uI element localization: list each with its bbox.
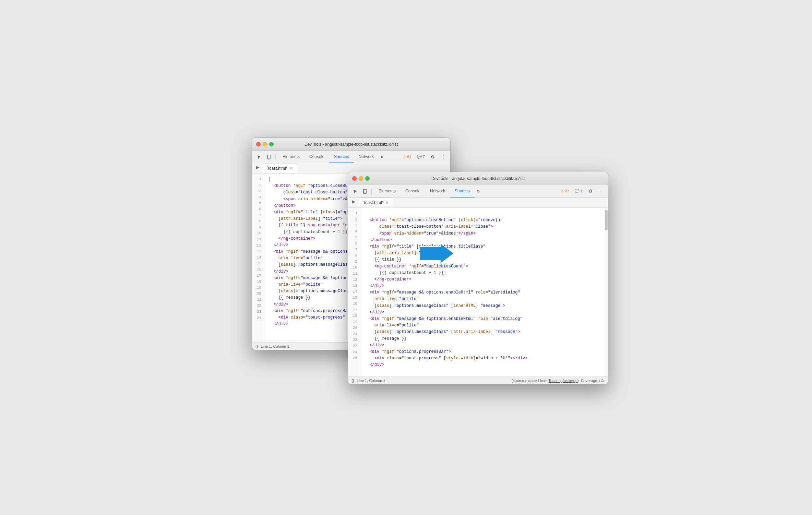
code-line-front-9: <ng-container *ngIf="duplicatesCount">	[365, 263, 600, 270]
code-line-front-21: </div>	[365, 342, 600, 349]
file-tab-toast-front[interactable]: Toast.html* ✕	[359, 197, 393, 207]
code-line-front-4: <span aria-hidden="true">&times;</span>	[365, 230, 600, 237]
code-line-front-8: {{ title }}	[365, 256, 600, 263]
window-body-front: Elements Console Network Sources » ⚠ 27 …	[348, 185, 608, 384]
statusbar-source-front: (source mapped from Toast.ngfactory.js) …	[512, 379, 605, 383]
minimize-button-front[interactable]	[359, 176, 363, 181]
toolbar-sep-front	[371, 188, 372, 194]
devtools-window-front: DevTools - angular-sample-todo-list.stac…	[348, 172, 608, 384]
comment-badge-back[interactable]: 💬 7	[415, 154, 427, 160]
code-line-front-3: class="toast-close-button" aria-label="C…	[365, 224, 600, 230]
svg-point-4	[365, 192, 365, 193]
arrow-icon	[420, 243, 454, 264]
statusbar-braces-front: {}	[351, 379, 354, 383]
tab-more-front[interactable]: »	[475, 185, 482, 197]
file-tab-close-back[interactable]: ✕	[289, 166, 292, 171]
statusbar-position-back: Line 1, Column 1	[261, 344, 289, 348]
code-line-front-17: <div *ngIf="message && !options.enableHt…	[365, 316, 600, 322]
settings-icon-back[interactable]: ⚙	[428, 153, 437, 161]
code-line-front-13: <div *ngIf="message && options.enableHtm…	[365, 289, 600, 296]
close-button-back[interactable]	[256, 142, 261, 146]
toolbar-sep-1	[275, 154, 276, 160]
warning-badge-back[interactable]: ⚠ 61	[401, 154, 414, 160]
code-line-front-16: </div>	[365, 309, 600, 316]
mobile-icon-front[interactable]	[360, 187, 369, 196]
code-line-front-6: <div *ngIf="title" [class]="options.titl…	[365, 243, 600, 250]
code-line-front-5: </button>	[365, 237, 600, 243]
close-button-front[interactable]	[352, 176, 357, 181]
tab-network-front[interactable]: Network	[425, 185, 450, 197]
more-icon-front[interactable]: ⋮	[596, 187, 605, 196]
tab-console-back[interactable]: Console	[304, 151, 329, 163]
cursor-icon[interactable]	[255, 153, 264, 161]
svg-marker-2	[420, 243, 454, 264]
code-line-front-25	[365, 369, 600, 375]
code-line-front-18: aria-live="polite"	[365, 322, 600, 329]
code-line-front-12: </div>	[365, 283, 600, 289]
titlebar-title-front: DevTools - angular-sample-todo-list.stac…	[431, 176, 525, 181]
comment-badge-front[interactable]: 💬 1	[573, 188, 585, 194]
cursor-icon-front[interactable]	[351, 187, 360, 196]
traffic-lights-back[interactable]	[256, 142, 274, 146]
toolbar-back: Elements Console Sources Network » ⚠ 61 …	[252, 151, 450, 163]
statusbar-coverage-front: ) Coverage: n/a	[577, 379, 605, 383]
tab-elements-front[interactable]: Elements	[374, 185, 401, 197]
code-line-front-24: </div>	[365, 362, 600, 368]
statusbar-left-front: {} Line 1, Column 1	[351, 379, 385, 383]
statusbar-braces-back: {}	[255, 344, 258, 348]
toolbar-right-front: ⚠ 27 💬 1 ⚙ ⋮	[559, 187, 605, 196]
file-tabbar-front: ▶ Toast.html* ✕	[348, 197, 608, 208]
code-line-front-11: </ng-container>	[365, 276, 600, 283]
code-line-front-14: aria-live="polite"	[365, 296, 600, 302]
file-tab-close-front[interactable]: ✕	[385, 201, 389, 205]
traffic-lights-front[interactable]	[352, 176, 370, 181]
titlebar-back: DevTools - angular-sample-todo-list.stac…	[252, 138, 450, 151]
code-line-front-1	[365, 211, 600, 217]
tab-more-back[interactable]: »	[379, 151, 386, 163]
code-line-front-20: {{ message }}	[365, 336, 600, 342]
file-tab-toast-back[interactable]: Toast.html* ✕	[263, 163, 297, 173]
tab-bar-front: Elements Console Network Sources »	[374, 185, 558, 197]
fullscreen-button-back[interactable]	[269, 142, 274, 146]
code-line-front-15: [class]="options.messageClass" [innerHTM…	[365, 303, 600, 309]
file-toggle-back[interactable]: ▶	[253, 163, 262, 171]
statusbar-front: {} Line 1, Column 1 (source mapped from …	[348, 376, 608, 384]
file-toggle-front[interactable]: ▶	[349, 197, 358, 206]
code-lines-front: <button *ngIf="options.closeButton" (cli…	[360, 208, 604, 376]
tab-sources-back[interactable]: Sources	[329, 151, 354, 163]
statusbar-source-text-front: (source mapped from	[512, 379, 548, 383]
statusbar-position-front: Line 1, Column 1	[357, 379, 385, 383]
code-line-front-7: [attr.aria-label]="title">	[365, 250, 600, 256]
code-area-front: 12345 678910 1112131415 1617181920 21222…	[348, 208, 608, 376]
tab-network-back[interactable]: Network	[354, 151, 379, 163]
code-line-front-19: [class]="options.messageClass" [attr.ari…	[365, 329, 600, 335]
code-line-front-22: <div *ngIf="options.progressBar">	[365, 349, 600, 355]
tab-bar-back: Elements Console Sources Network »	[278, 151, 400, 163]
tab-elements-back[interactable]: Elements	[278, 151, 304, 163]
code-line-front-10: [{{ duplicatesCount + 1 }}]	[365, 270, 600, 276]
code-line-front-2: <button *ngIf="options.closeButton" (cli…	[365, 217, 600, 224]
fullscreen-button-front[interactable]	[365, 176, 370, 181]
file-tab-label-front: Toast.html*	[363, 200, 383, 205]
svg-point-1	[268, 158, 269, 159]
toolbar-front: Elements Console Network Sources » ⚠ 27 …	[348, 185, 608, 197]
scrollbar-front[interactable]	[604, 208, 608, 376]
scrollbar-thumb[interactable]	[605, 210, 608, 230]
warning-badge-front[interactable]: ⚠ 27	[559, 188, 571, 194]
statusbar-link-front[interactable]: Toast.ngfactory.js	[548, 379, 577, 383]
line-numbers-back: 12345 678910 1112131415 1617181920 21222…	[252, 173, 264, 342]
line-numbers-front: 12345 678910 1112131415 1617181920 21222…	[348, 208, 360, 376]
titlebar-front: DevTools - angular-sample-todo-list.stac…	[348, 172, 608, 185]
more-icon-back[interactable]: ⋮	[439, 153, 447, 161]
tab-sources-front[interactable]: Sources	[450, 185, 475, 197]
arrow-container	[420, 243, 454, 265]
minimize-button-back[interactable]	[263, 142, 267, 146]
file-tab-label-back: Toast.html*	[267, 166, 287, 171]
statusbar-left-back: {} Line 1, Column 1	[255, 344, 289, 348]
settings-icon-front[interactable]: ⚙	[586, 187, 595, 196]
mobile-icon[interactable]	[264, 153, 273, 161]
tab-console-front[interactable]: Console	[401, 185, 425, 197]
titlebar-title-back: DevTools - angular-sample-todo-list.stac…	[304, 142, 398, 147]
toolbar-right-back: ⚠ 61 💬 7 ⚙ ⋮	[401, 153, 447, 161]
scene: DevTools - angular-sample-todo-list.stac…	[252, 137, 560, 378]
